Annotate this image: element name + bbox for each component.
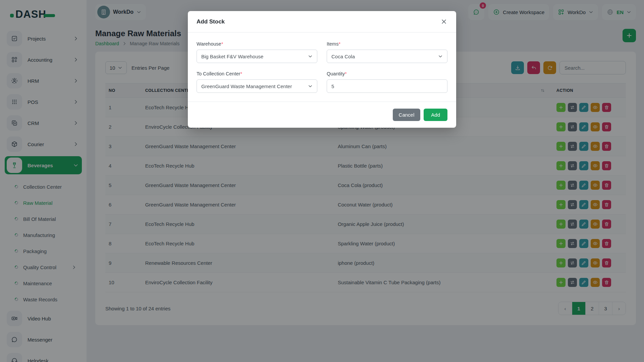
warehouse-label: Warehouse* <box>197 41 317 47</box>
modal-body: Warehouse* Big Basket F&V Warehouse Item… <box>188 33 456 102</box>
modal-footer: Cancel Add <box>188 102 456 128</box>
modal-title: Add Stock <box>197 18 225 25</box>
warehouse-select[interactable]: Big Basket F&V Warehouse <box>197 50 317 63</box>
required-asterisk: * <box>345 71 347 76</box>
add-stock-modal: Add Stock Warehouse* Big Basket F&V Ware… <box>188 11 456 128</box>
collection-center-select[interactable]: GreenGuard Waste Management Center <box>197 79 317 93</box>
items-label: Items* <box>327 41 447 47</box>
chevron-down-icon <box>308 84 313 88</box>
required-asterisk: * <box>338 41 340 47</box>
modal-header: Add Stock <box>188 11 456 33</box>
quantity-label: Quantity* <box>327 71 447 76</box>
items-select[interactable]: Coca Cola <box>327 50 447 63</box>
collection-center-label: To Collection Center* <box>197 71 317 76</box>
modal-close-button[interactable] <box>440 18 447 25</box>
add-button[interactable]: Add <box>424 109 447 121</box>
required-asterisk: * <box>240 71 243 76</box>
cancel-button[interactable]: Cancel <box>393 109 421 121</box>
quantity-input[interactable] <box>327 79 447 93</box>
close-icon <box>440 18 447 25</box>
chevron-down-icon <box>308 54 313 59</box>
chevron-down-icon <box>438 54 443 59</box>
required-asterisk: * <box>221 41 223 47</box>
